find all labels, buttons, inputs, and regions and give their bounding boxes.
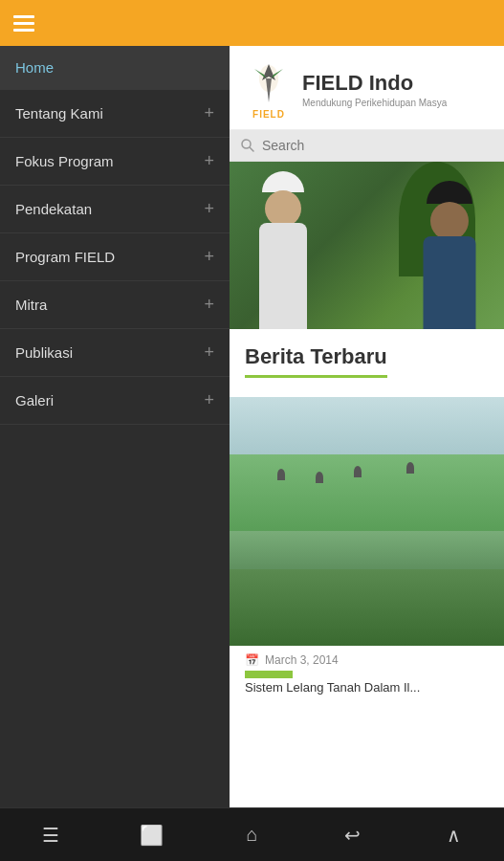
sidebar-item-label-pendekatan: Pendekatan — [15, 201, 92, 217]
field-logo-text: FIELD — [252, 109, 285, 120]
search-input[interactable] — [262, 138, 493, 153]
top-bar-sidebar — [0, 0, 230, 46]
article-image — [230, 397, 504, 646]
content-area: FIELD FIELD Indo Mendukung Perikehidupan… — [230, 46, 504, 807]
rice-field-sky — [230, 397, 504, 454]
sidebar-item-fokus-program[interactable]: Fokus Program+ — [0, 138, 230, 186]
sidebar-item-label-fokus-program: Fokus Program — [15, 153, 114, 169]
sidebar-item-tentang-kami[interactable]: Tentang Kami+ — [0, 90, 230, 138]
hero-person-left — [237, 171, 328, 329]
field-logo-container: FIELD — [245, 59, 293, 120]
article-category-strip — [245, 671, 293, 678]
sidebar-item-expand-icon-pendekatan[interactable]: + — [204, 199, 214, 219]
sidebar-item-expand-icon-program-field[interactable]: + — [204, 247, 214, 267]
sidebar-item-home[interactable]: Home — [0, 46, 230, 90]
bottom-nav-home[interactable]: ⌂ — [223, 808, 280, 861]
svg-line-2 — [251, 148, 254, 152]
hero-image — [230, 162, 504, 329]
rice-field-fore — [230, 569, 504, 646]
sidebar: HomeTentang Kami+Fokus Program+Pendekata… — [0, 46, 230, 807]
sidebar-item-label-program-field: Program FIELD — [15, 249, 115, 265]
article-date: March 3, 2014 — [265, 653, 339, 667]
sidebar-item-label-mitra: Mitra — [15, 297, 47, 313]
article-card[interactable]: 📅 March 3, 2014 Sistem Lelang Tanah Dala… — [230, 397, 504, 695]
sidebar-item-program-field[interactable]: Program FIELD+ — [0, 233, 230, 281]
sidebar-item-expand-icon-fokus-program[interactable]: + — [204, 151, 214, 171]
worker-2 — [316, 472, 323, 483]
hero-person-right — [399, 181, 499, 329]
field-title-block: FIELD Indo Mendukung Perikehidupan Masya — [302, 71, 447, 108]
search-icon — [241, 139, 254, 152]
berita-section: Berita Terbaru — [230, 329, 504, 386]
content-header: FIELD FIELD Indo Mendukung Perikehidupan… — [230, 46, 504, 130]
bottom-nav-up[interactable]: ∧ — [425, 808, 482, 861]
top-bar — [0, 0, 504, 46]
bottom-nav-back[interactable]: ↩ — [324, 808, 382, 861]
top-bar-content — [230, 0, 504, 46]
field-subtitle: Mendukung Perikehidupan Masya — [302, 98, 447, 108]
worker-4 — [406, 462, 414, 474]
sidebar-item-label-galeri: Galeri — [15, 392, 54, 408]
sidebar-item-label-publikasi: Publikasi — [15, 344, 73, 361]
worker-3 — [354, 466, 362, 477]
search-bar[interactable] — [230, 130, 504, 162]
sidebar-item-label-tentang-kami: Tentang Kami — [15, 105, 103, 121]
worker-1 — [277, 469, 285, 480]
sidebar-item-expand-icon-galeri[interactable]: + — [204, 390, 214, 410]
calendar-icon: 📅 — [245, 653, 259, 667]
bottom-nav: ☰⬜⌂↩∧ — [0, 807, 504, 861]
sidebar-item-galeri[interactable]: Galeri+ — [0, 377, 230, 425]
hamburger-icon[interactable] — [13, 15, 34, 32]
field-title: FIELD Indo — [302, 71, 447, 96]
svg-point-1 — [242, 140, 251, 148]
bottom-nav-window[interactable]: ⬜ — [122, 808, 180, 861]
sidebar-item-pendekatan[interactable]: Pendekatan+ — [0, 186, 230, 233]
main-layout: HomeTentang Kami+Fokus Program+Pendekata… — [0, 46, 504, 807]
article-title: Sistem Lelang Tanah Dalam Il... — [230, 678, 504, 695]
sidebar-item-expand-icon-tentang-kami[interactable]: + — [204, 103, 214, 123]
sidebar-item-expand-icon-mitra[interactable]: + — [204, 295, 214, 315]
article-meta: 📅 March 3, 2014 — [230, 646, 504, 671]
sidebar-item-mitra[interactable]: Mitra+ — [0, 281, 230, 329]
bottom-nav-menu[interactable]: ☰ — [22, 808, 79, 861]
rice-field-water — [230, 531, 504, 569]
berita-title: Berita Terbaru — [245, 344, 387, 378]
sidebar-item-label-home: Home — [15, 59, 54, 76]
rice-field-mid — [230, 454, 504, 531]
field-logo-icon — [245, 59, 293, 107]
sidebar-item-publikasi[interactable]: Publikasi+ — [0, 329, 230, 377]
sidebar-item-expand-icon-publikasi[interactable]: + — [204, 342, 214, 363]
